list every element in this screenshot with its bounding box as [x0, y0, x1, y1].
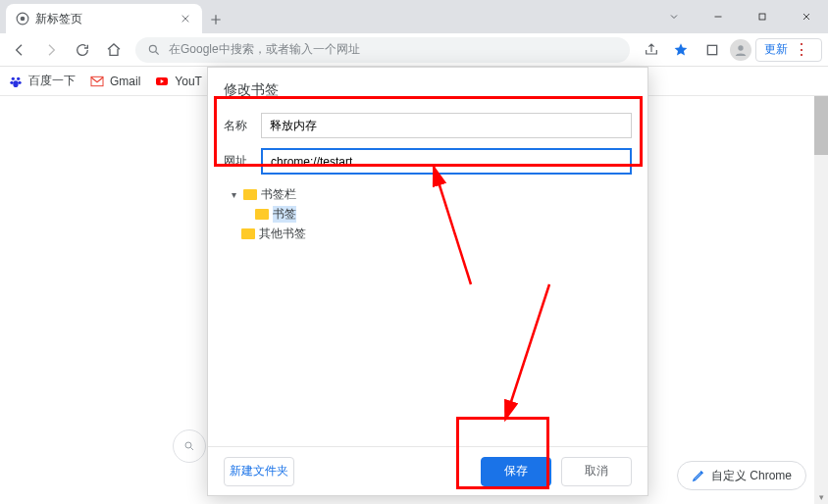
bookmark-item[interactable]: YouT [154, 74, 202, 89]
svg-point-6 [12, 76, 15, 79]
svg-point-10 [13, 80, 18, 87]
chrome-favicon-icon [16, 12, 29, 25]
dialog-body: 名称 网址 ▾ 书签栏 书签 其他书签 [208, 109, 647, 446]
pencil-icon [692, 469, 705, 482]
svg-point-9 [18, 80, 21, 83]
name-row: 名称 [224, 113, 632, 138]
update-label: 更新 [764, 41, 788, 58]
edit-bookmark-dialog: 修改书签 名称 网址 ▾ 书签栏 书签 其他书签 新建文件夹 [207, 67, 648, 496]
folder-icon [241, 228, 255, 239]
new-tab-button[interactable] [202, 6, 230, 33]
forward-button[interactable] [37, 36, 65, 64]
window-controls [651, 0, 828, 33]
folder-icon [243, 189, 257, 200]
reload-button[interactable] [69, 36, 96, 64]
bookmark-url-input[interactable] [261, 148, 632, 175]
cancel-button[interactable]: 取消 [561, 457, 632, 486]
scrollbar-thumb[interactable] [814, 96, 828, 155]
bookmark-label: 百度一下 [28, 73, 76, 89]
extensions-icon[interactable] [699, 36, 726, 64]
svg-rect-2 [759, 14, 765, 20]
url-label: 网址 [224, 153, 251, 170]
home-button[interactable] [100, 36, 128, 64]
search-icon [147, 43, 161, 57]
tab-close-icon[interactable] [179, 12, 192, 25]
search-icon [183, 438, 195, 454]
save-button[interactable]: 保存 [481, 457, 551, 486]
svg-rect-4 [707, 45, 716, 54]
folder-tree: ▾ 书签栏 书签 其他书签 [224, 184, 632, 243]
folder-name: 其他书签 [259, 226, 306, 242]
maximize-button[interactable] [740, 0, 784, 33]
expand-arrow-icon[interactable]: ▾ [228, 189, 239, 200]
bookmark-item[interactable]: Gmail [89, 74, 140, 89]
toolbar-right: 更新 ⋮ [699, 36, 822, 64]
update-button[interactable]: 更新 ⋮ [755, 38, 822, 62]
bookmark-label: Gmail [110, 75, 140, 88]
new-folder-button[interactable]: 新建文件夹 [224, 457, 294, 486]
svg-point-5 [738, 45, 743, 50]
omnibox-placeholder: 在Google中搜索，或者输入一个网址 [169, 41, 360, 58]
svg-point-1 [21, 17, 26, 22]
baidu-paw-icon [8, 74, 24, 89]
gmail-icon [89, 74, 105, 89]
menu-dots-icon: ⋮ [790, 38, 813, 62]
scroll-down-arrow-icon[interactable]: ▾ [814, 490, 828, 504]
folder-icon [255, 209, 269, 220]
bookmark-name-input[interactable] [261, 113, 632, 138]
bookmark-label: YouT [175, 75, 202, 88]
bookmark-star-icon[interactable] [667, 36, 695, 64]
dialog-footer: 新建文件夹 保存 取消 [208, 446, 647, 495]
omnibox-right [638, 36, 695, 64]
tree-row-root[interactable]: ▾ 书签栏 [224, 184, 632, 204]
toolbar: 在Google中搜索，或者输入一个网址 更新 ⋮ [0, 33, 828, 67]
customize-label: 自定义 Chrome [711, 468, 792, 484]
profile-avatar[interactable] [730, 39, 751, 61]
customize-chrome-button[interactable]: 自定义 Chrome [677, 461, 806, 490]
share-icon[interactable] [638, 36, 665, 64]
svg-point-3 [149, 45, 156, 52]
address-bar[interactable]: 在Google中搜索，或者输入一个网址 [135, 37, 630, 63]
chevron-down-icon[interactable] [651, 0, 696, 33]
tab-title: 新标签页 [35, 11, 173, 27]
minimize-button[interactable] [696, 0, 740, 33]
tree-row-child[interactable]: 书签 [224, 204, 632, 224]
svg-point-13 [185, 442, 191, 448]
folder-name: 书签栏 [261, 186, 296, 203]
ntp-search-box[interactable] [173, 429, 206, 463]
dialog-title: 修改书签 [208, 68, 647, 109]
tree-row-other[interactable]: 其他书签 [224, 224, 632, 243]
titlebar: 新标签页 [0, 0, 828, 33]
bookmark-item[interactable]: 百度一下 [8, 73, 76, 89]
youtube-icon [154, 74, 170, 89]
url-row: 网址 [224, 148, 632, 175]
svg-point-8 [10, 80, 13, 83]
folder-name: 书签 [273, 206, 296, 223]
svg-point-7 [17, 76, 20, 79]
back-button[interactable] [6, 36, 33, 64]
name-label: 名称 [224, 118, 251, 134]
scrollbar[interactable]: ▾ [814, 96, 828, 504]
close-window-button[interactable] [784, 0, 828, 33]
active-tab[interactable]: 新标签页 [6, 4, 202, 33]
